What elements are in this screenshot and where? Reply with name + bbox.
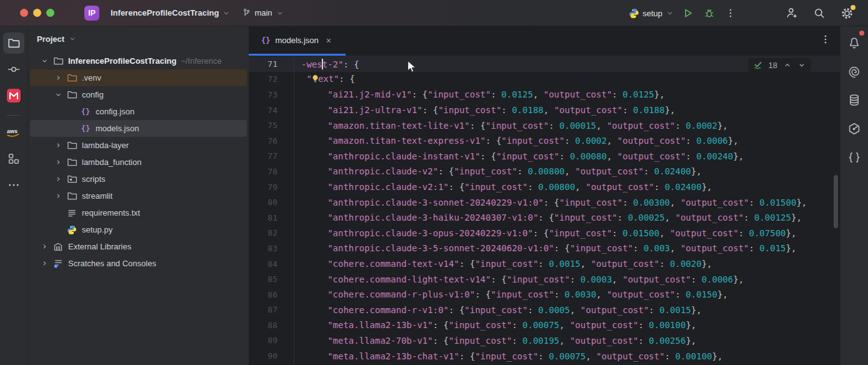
python-icon — [629, 8, 639, 19]
tree-row-external-libraries[interactable]: External Libraries — [30, 238, 247, 255]
code-line-77[interactable]: 77 "anthropic.claude-instant-v1": {"inpu… — [249, 149, 840, 164]
intention-bulb-icon[interactable] — [312, 74, 318, 84]
notifications-button[interactable] — [844, 32, 865, 53]
run-button[interactable] — [681, 6, 696, 21]
run-configuration-selector[interactable]: setup — [629, 8, 674, 19]
line-number[interactable]: 84 — [249, 259, 294, 269]
more-tool-windows-button[interactable] — [3, 174, 24, 196]
line-number[interactable]: 83 — [249, 244, 294, 253]
tree-expand-chevron[interactable] — [37, 259, 52, 268]
code-line-86[interactable]: 86 "cohere.command-r-plus-v1:0": {"input… — [249, 287, 840, 302]
code-line-76[interactable]: 76 "amazon.titan-text-express-v1": {"inp… — [249, 133, 840, 149]
project-tree: InferenceProfileCostTracing~/Inference.v… — [28, 52, 249, 272]
tab-close-icon[interactable]: × — [326, 36, 331, 46]
braces-icon — [848, 151, 861, 164]
code-line-79[interactable]: 79 "anthropic.claude-v2:1": {"input_cost… — [249, 179, 840, 195]
tree-row-config-json[interactable]: {}config.json — [30, 103, 247, 120]
folder-icon — [52, 56, 64, 66]
tree-row-models-json[interactable]: {}models.json — [30, 120, 247, 137]
tree-item-label: config — [82, 90, 104, 99]
tree-expand-chevron[interactable] — [51, 91, 66, 99]
tree-row-inferenceprofilecosttracing[interactable]: InferenceProfileCostTracing~/Inference — [30, 52, 247, 69]
tree-expand-chevron[interactable] — [51, 74, 66, 82]
project-title-widget[interactable]: InferenceProfileCostTracing — [105, 8, 231, 18]
tree-row-requirements-txt[interactable]: requirements.txt — [30, 204, 247, 221]
line-number[interactable]: 89 — [249, 336, 294, 345]
line-number[interactable]: 74 — [249, 106, 294, 115]
code-line-74[interactable]: 74 "ai21.j2-ultra-v1": {"input_cost": 0.… — [249, 102, 840, 118]
tree-expand-chevron[interactable] — [51, 175, 66, 183]
aws-tool-window-button[interactable]: aws — [3, 122, 24, 143]
tab-models-json[interactable]: {} models.json × — [255, 26, 337, 54]
zoom-window-button[interactable] — [46, 9, 54, 17]
line-number[interactable]: 80 — [249, 198, 294, 207]
tree-expand-chevron[interactable] — [51, 192, 66, 200]
tree-expand-chevron[interactable] — [37, 57, 52, 65]
tree-row-streamlit[interactable]: streamlit — [30, 188, 247, 204]
tree-row--venv[interactable]: .venv — [30, 69, 247, 86]
code-line-81[interactable]: 81 "anthropic.claude-3-haiku-20240307-v1… — [249, 210, 840, 226]
line-number[interactable]: 86 — [249, 290, 294, 299]
prev-problem-chevron-icon[interactable] — [783, 61, 792, 69]
code-line-87[interactable]: 87 "cohere.command-r-v1:0": {"input_cost… — [249, 302, 840, 318]
json-structure-button[interactable] — [844, 147, 865, 168]
code-line-82[interactable]: 82 "anthropic.claude-3-opus-20240229-v1:… — [249, 226, 840, 241]
line-number[interactable]: 73 — [249, 90, 294, 99]
line-number[interactable]: 78 — [249, 167, 294, 176]
code-line-72[interactable]: 72 "ext": { — [249, 72, 840, 88]
editor-scrollbar-thumb[interactable] — [834, 175, 838, 228]
code-line-78[interactable]: 78 "anthropic.claude-v2": {"input_cost":… — [249, 164, 840, 179]
line-number[interactable]: 90 — [249, 351, 294, 361]
git-branch-widget[interactable]: main — [242, 8, 284, 18]
tree-row-scratches-and-consoles[interactable]: Scratches and Consoles — [30, 255, 247, 272]
code-line-73[interactable]: 73 "ai21.j2-mid-v1": {"input_cost": 0.01… — [249, 87, 840, 102]
code-line-83[interactable]: 83 "anthropic.claude-3-5-sonnet-20240620… — [249, 241, 840, 256]
line-number[interactable]: 85 — [249, 274, 294, 284]
line-number[interactable]: 87 — [249, 305, 294, 314]
more-run-actions-button[interactable] — [723, 6, 738, 21]
settings-button[interactable] — [839, 6, 854, 21]
tree-row-setup-py[interactable]: setup.py — [30, 221, 247, 238]
line-number[interactable]: 77 — [249, 151, 294, 161]
structure-tool-window-button[interactable] — [3, 148, 24, 169]
dependencies-button[interactable] — [844, 118, 865, 139]
tree-row-scripts[interactable]: scripts — [30, 171, 247, 188]
code-with-me-button[interactable] — [784, 6, 799, 21]
commit-tool-window-button[interactable] — [3, 59, 24, 80]
code-line-88[interactable]: 88 "meta.llama2-13b-v1": {"input_cost": … — [249, 318, 840, 333]
tree-expand-chevron[interactable] — [37, 242, 52, 251]
tree-expand-chevron[interactable] — [51, 158, 66, 166]
search-everywhere-button[interactable] — [812, 6, 827, 21]
code-editor[interactable]: 71-west-2": {72 "ext": {73 "ai21.j2-mid-… — [249, 56, 840, 364]
code-line-85[interactable]: 85 "cohere.command-light-text-v14": {"in… — [249, 271, 840, 287]
line-number[interactable]: 81 — [249, 213, 294, 222]
line-number[interactable]: 71 — [249, 59, 294, 69]
next-problem-chevron-icon[interactable] — [797, 61, 806, 69]
code-line-75[interactable]: 75 "amazon.titan-text-lite-v1": {"input_… — [249, 118, 840, 133]
code-line-84[interactable]: 84 "cohere.command-text-v14": {"input_co… — [249, 256, 840, 272]
ai-assistant-button[interactable] — [844, 61, 865, 82]
line-number[interactable]: 72 — [249, 74, 294, 84]
tab-options-button[interactable] — [820, 34, 831, 45]
database-button[interactable] — [844, 89, 865, 111]
line-number[interactable]: 75 — [249, 121, 294, 130]
line-number[interactable]: 79 — [249, 182, 294, 192]
code-line-text: "anthropic.claude-v2": {"input_cost": 0.… — [294, 166, 702, 176]
debug-button[interactable] — [702, 6, 717, 21]
minimize-window-button[interactable] — [33, 9, 41, 17]
inspections-widget[interactable]: 18 — [748, 58, 811, 72]
line-number[interactable]: 76 — [249, 136, 294, 146]
tree-row-lambda-function[interactable]: lambda_function — [30, 154, 247, 171]
line-number[interactable]: 82 — [249, 228, 294, 238]
code-line-80[interactable]: 80 "anthropic.claude-3-sonnet-20240229-v… — [249, 194, 840, 210]
m-plugin-tool-window-button[interactable] — [3, 85, 24, 106]
code-line-90[interactable]: 90 "meta.llama2-13b-chat-v1": {"input_co… — [249, 348, 840, 364]
tree-row-config[interactable]: config — [30, 86, 247, 103]
project-panel-header[interactable]: Project — [28, 26, 249, 51]
tree-row-lambda-layer[interactable]: lambda-layer — [30, 137, 247, 154]
close-window-button[interactable] — [20, 9, 28, 17]
tree-expand-chevron[interactable] — [51, 141, 66, 149]
project-tool-window-button[interactable] — [3, 32, 24, 54]
code-line-89[interactable]: 89 "meta.llama2-70b-v1": {"input_cost": … — [249, 333, 840, 349]
line-number[interactable]: 88 — [249, 321, 294, 330]
